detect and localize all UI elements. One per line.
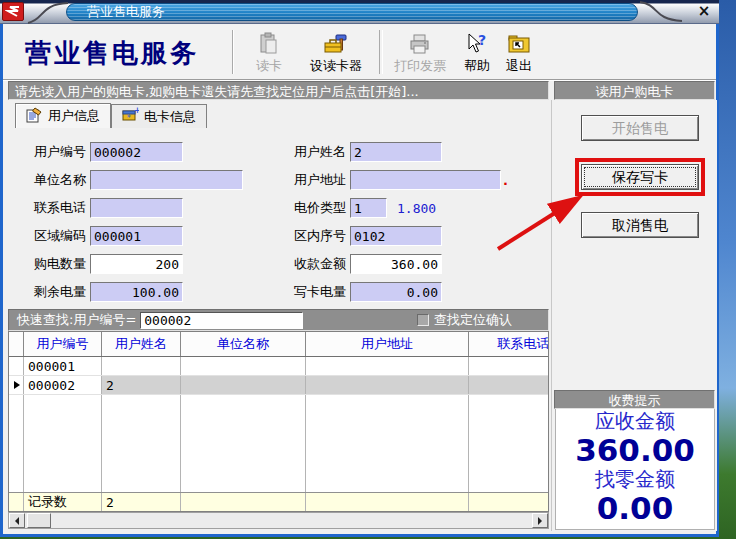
confirm-checkbox[interactable]	[417, 314, 429, 326]
right-panel-header: 读用户购电卡	[554, 81, 715, 100]
purchase-qty-field[interactable]	[90, 254, 183, 274]
right-arrow-icon	[538, 517, 542, 525]
user-table: 用户编号 用户姓名 单位名称 用户地址 联系电话 000001 000002 2	[8, 331, 549, 512]
card-plus-icon: +*	[122, 107, 139, 126]
current-row-marker-icon	[14, 381, 20, 389]
col-header: 单位名称	[181, 332, 306, 356]
unit-price-value: 1.800	[397, 201, 436, 216]
due-amount-value: 360.00	[556, 434, 714, 467]
tab-card-info[interactable]: +* 电卡信息	[111, 104, 207, 128]
write-qty-label: 写卡电量	[288, 283, 346, 301]
required-mark: .	[503, 173, 508, 188]
col-header: 用户地址	[306, 332, 469, 356]
row-selector-cell	[9, 357, 24, 375]
printer-icon	[408, 30, 432, 57]
confirm-checkbox-label: 查找定位确认	[434, 311, 512, 329]
cell-phone	[469, 357, 549, 375]
change-amount-value: 0.00	[556, 492, 714, 525]
set-reader-label: 设读卡器	[310, 57, 362, 75]
left-arrow-icon	[15, 517, 19, 525]
clipboard-icon	[257, 30, 281, 57]
save-write-card-button[interactable]: 保存写卡	[581, 164, 699, 190]
user-name-label: 用户姓名	[288, 143, 346, 161]
app-logo-icon	[2, 2, 24, 21]
change-amount-label: 找零金额	[556, 467, 714, 492]
horizontal-scrollbar[interactable]	[8, 512, 549, 529]
toolbox-hammer-icon	[323, 30, 349, 57]
svg-text:?: ?	[478, 32, 486, 48]
unit-name-field[interactable]	[90, 170, 243, 190]
scroll-right-button[interactable]	[532, 513, 548, 528]
read-card-label: 读卡	[256, 57, 282, 75]
serial-no-label: 区内序号	[288, 227, 346, 245]
cell-phone	[469, 376, 549, 394]
scroll-left-button[interactable]	[9, 513, 25, 528]
row-selector-cell	[9, 376, 24, 394]
receive-amount-label: 收款金额	[288, 255, 346, 273]
col-header: 联系电话	[469, 332, 549, 356]
app-window: 营业售电服务 × 营业售电服务 读卡 设读卡器	[0, 0, 719, 537]
titlebar-curve-left	[26, 0, 70, 24]
tab-user-info-label: 用户信息	[48, 107, 100, 125]
write-qty-field[interactable]	[350, 282, 442, 302]
set-reader-button[interactable]: 设读卡器	[297, 28, 375, 78]
area-code-field[interactable]	[90, 226, 183, 246]
price-type-label: 电价类型	[288, 199, 346, 217]
help-label: 帮助	[464, 57, 490, 75]
selector-header-cell	[9, 332, 24, 356]
help-cursor-icon: ?	[465, 30, 489, 57]
table-header-row: 用户编号 用户姓名 单位名称 用户地址 联系电话	[9, 332, 548, 357]
cancel-sell-button[interactable]: 取消售电	[581, 212, 699, 238]
close-button[interactable]: ×	[695, 3, 713, 20]
fee-info-panel: 应收金额 360.00 找零金额 0.00	[555, 408, 715, 530]
remain-qty-label: 剩余电量	[28, 283, 86, 301]
scrollbar-thumb[interactable]	[27, 513, 51, 528]
app-title: 营业售电服务	[25, 36, 199, 71]
phone-field[interactable]	[90, 198, 183, 218]
tab-user-info[interactable]: 用户信息	[15, 103, 111, 128]
quick-search-bar: 快速查找:用户编号= 查找定位确认	[8, 309, 549, 331]
record-count-label: 记录数	[24, 493, 102, 511]
serial-no-field[interactable]	[350, 226, 442, 246]
unit-name-label: 单位名称	[28, 171, 86, 189]
exit-label: 退出	[506, 57, 532, 75]
svg-text:+: +	[134, 107, 139, 115]
tab-strip: 用户信息 +* 电卡信息	[15, 103, 207, 128]
help-button[interactable]: ? 帮助	[456, 28, 498, 78]
tab-card-info-label: 电卡信息	[144, 108, 196, 126]
cell-user-name: 2	[102, 376, 181, 394]
titlebar[interactable]: 营业售电服务 ×	[0, 0, 719, 24]
exit-button[interactable]: 退出	[498, 28, 540, 78]
toolbar: 营业售电服务 读卡 设读卡器 打印发票	[3, 24, 716, 80]
area-code-label: 区域编码	[28, 227, 86, 245]
receive-amount-field[interactable]	[350, 254, 442, 274]
read-card-button[interactable]: 读卡	[241, 28, 297, 78]
titlebar-curve-right	[636, 0, 686, 24]
cell-user-id: 000002	[24, 376, 102, 394]
quick-search-input[interactable]	[140, 312, 303, 329]
exit-folder-icon	[507, 30, 531, 57]
desktop-background: 营业售电服务 × 营业售电服务 读卡 设读卡器	[0, 0, 736, 539]
cell-unit-name	[181, 376, 306, 394]
cell-unit-name	[181, 357, 306, 375]
cell-user-addr	[306, 376, 469, 394]
table-row[interactable]: 000001	[9, 357, 548, 376]
record-count-value: 2	[102, 493, 181, 511]
user-name-field[interactable]	[350, 142, 442, 162]
user-id-field[interactable]	[90, 142, 183, 162]
due-amount-label: 应收金额	[556, 409, 714, 434]
print-invoice-button[interactable]: 打印发票	[384, 28, 456, 78]
cell-user-id: 000001	[24, 357, 102, 375]
col-header: 用户编号	[24, 332, 102, 356]
price-type-field[interactable]	[350, 198, 387, 218]
table-row-selected[interactable]: 000002 2	[9, 376, 548, 395]
remain-qty-field[interactable]	[90, 282, 183, 302]
user-id-label: 用户编号	[28, 143, 86, 161]
instruction-bar: 请先读入用户的购电卡,如购电卡遗失请先查找定位用户后点击[开始]...	[8, 81, 549, 100]
user-addr-field[interactable]	[350, 170, 501, 190]
fee-panel-header: 收费提示	[554, 390, 715, 409]
cell-user-name	[102, 357, 181, 375]
save-button-highlight-annotation: 保存写卡	[575, 158, 705, 196]
toolbar-separator	[232, 30, 234, 74]
start-sell-button[interactable]: 开始售电	[581, 115, 699, 141]
